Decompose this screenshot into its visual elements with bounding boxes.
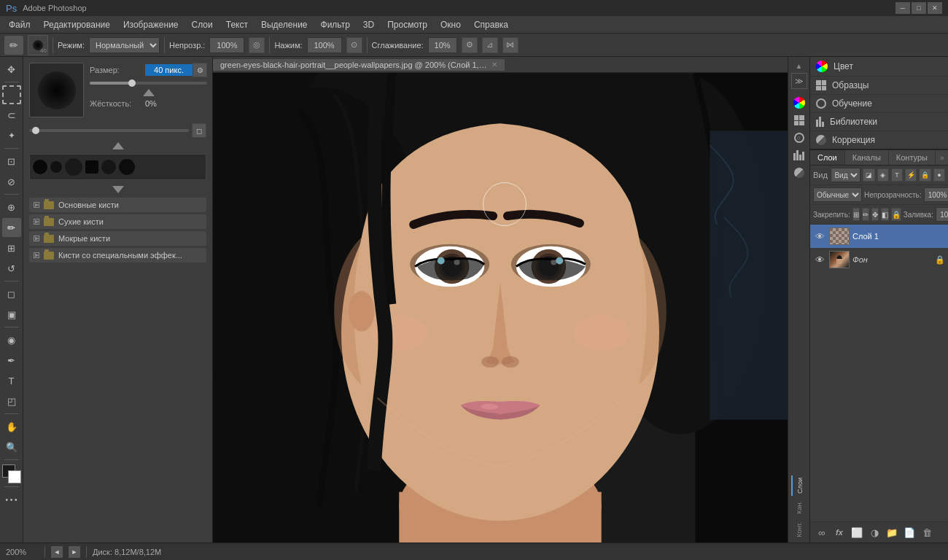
lock-position-btn[interactable]: ✥ [871, 208, 879, 221]
close-button[interactable]: ✕ [928, 2, 942, 14]
flow-input[interactable] [307, 37, 342, 53]
scroll-triangle[interactable] [112, 186, 124, 193]
group-layers-btn[interactable]: 📁 [885, 525, 899, 540]
filter-icon-2[interactable]: ◈ [877, 168, 889, 182]
smoothing-settings[interactable]: ⚙ [462, 37, 478, 53]
size-value-input[interactable] [145, 64, 193, 76]
smoothing-input[interactable] [428, 37, 457, 53]
tool-lasso[interactable]: ⊂ [2, 106, 21, 125]
panel-expand-button[interactable]: ≫ [791, 73, 807, 89]
filter-icon-3[interactable]: T [891, 168, 903, 182]
tool-text[interactable]: T [2, 371, 21, 390]
menu-item-layers[interactable]: Слои [186, 18, 219, 31]
background-color[interactable] [8, 470, 21, 483]
menu-item-window[interactable]: Окно [435, 18, 467, 31]
brush-settings-icon[interactable]: ⚙ [193, 63, 207, 77]
brush-group-wet[interactable]: ▶ Мокрые кисти [29, 231, 206, 246]
menu-item-text[interactable]: Текст [220, 18, 254, 31]
tool-marquee[interactable] [2, 85, 21, 104]
opacity-input[interactable] [209, 37, 244, 53]
hardness-triangle[interactable] [112, 142, 124, 149]
hardness-slider-thumb[interactable] [32, 127, 39, 134]
canvas-viewport[interactable] [213, 73, 788, 542]
brush-group-dry[interactable]: ▶ Сухие кисти [29, 214, 206, 229]
layer-item-1[interactable]: 👁 Слой 1 [810, 225, 948, 248]
menu-item-filter[interactable]: Фильтр [315, 18, 356, 31]
panel-expand-arrow[interactable]: » [936, 151, 948, 165]
canvas-tab-active[interactable]: green-eyes-black-hair-portrait__people-w… [213, 59, 505, 71]
delete-layer-btn[interactable]: 🗑 [920, 525, 934, 540]
panel-paths-tab-icon[interactable]: Конт. [791, 519, 807, 540]
tool-zoom[interactable]: 🔍 [2, 438, 21, 456]
brush-group-special[interactable]: ▶ Кисти со специальными эффек... [29, 248, 206, 262]
minimize-button[interactable]: ─ [895, 2, 910, 14]
tab-channels[interactable]: Каналы [845, 150, 889, 165]
panel-libraries-icon[interactable] [791, 147, 807, 163]
new-layer-btn[interactable]: 📄 [902, 525, 917, 540]
lock-pixels-btn[interactable]: ✏ [862, 208, 869, 221]
add-mask-btn[interactable]: ⬜ [850, 525, 864, 540]
pressure-toggle[interactable]: ⊙ [346, 37, 362, 53]
layer-bg-eye[interactable]: 👁 [813, 253, 826, 266]
menu-item-select[interactable]: Выделение [255, 18, 314, 31]
tab-layers[interactable]: Слои [810, 150, 845, 165]
size-triangle-up[interactable] [143, 89, 155, 96]
panel-learning-icon[interactable]: ○ [791, 130, 807, 146]
panel-color-icon[interactable] [791, 95, 807, 111]
symmetry-icon[interactable]: ⋈ [502, 37, 518, 53]
menu-item-help[interactable]: Справка [468, 18, 514, 31]
tab-paths[interactable]: Контуры [889, 150, 936, 165]
filter-type-select[interactable]: Вид [831, 168, 860, 182]
menu-item-3d[interactable]: 3D [357, 18, 380, 31]
airbrush-toggle[interactable]: ◎ [249, 37, 265, 53]
tool-blur[interactable]: ◉ [2, 330, 21, 349]
angle-icon[interactable]: ⊿ [482, 37, 498, 53]
status-nav-next[interactable]: ► [69, 546, 80, 558]
tool-pen[interactable]: ✒ [2, 351, 21, 370]
tool-move[interactable]: ✥ [2, 60, 21, 79]
tool-hand[interactable]: ✋ [2, 417, 21, 436]
menu-item-file[interactable]: Файл [3, 18, 36, 31]
lock-all-btn[interactable]: 🔒 [891, 208, 901, 221]
maximize-button[interactable]: □ [912, 2, 926, 14]
menu-item-view[interactable]: Просмотр [381, 18, 433, 31]
layer-opacity-input[interactable] [924, 187, 948, 202]
panel-swatches-icon[interactable] [791, 112, 807, 128]
filter-icon-1[interactable]: ◪ [863, 168, 874, 182]
layer-blend-mode[interactable]: Обычные [813, 187, 862, 202]
tool-crop[interactable]: ⊡ [2, 152, 21, 171]
menu-item-edit[interactable]: Редактирование [38, 18, 116, 31]
panel-channels-tab-icon[interactable]: Кан. [791, 497, 807, 518]
status-nav-prev[interactable]: ◄ [51, 546, 63, 558]
tool-clone[interactable]: ⊞ [2, 238, 21, 257]
layer-item-bg[interactable]: 👁 Фон 🔒 [810, 248, 948, 271]
foreground-background-colors[interactable] [2, 464, 21, 483]
tool-eraser[interactable]: ◻ [2, 284, 21, 303]
tool-extra[interactable]: • • • [2, 490, 21, 509]
tool-heal[interactable]: ⊕ [2, 198, 21, 217]
size-slider-thumb[interactable] [128, 79, 136, 87]
brush-group-basic[interactable]: ▶ Основные кисти [29, 198, 206, 212]
blend-mode-select[interactable]: Нормальный [89, 37, 160, 53]
panel-layers-tab-icon[interactable]: Слои [791, 475, 807, 496]
filter-icon-5[interactable]: 🔒 [919, 168, 930, 182]
filter-icon-4[interactable]: ⚡ [905, 168, 917, 182]
fill-value-input[interactable] [936, 207, 948, 222]
view-toggle-icon[interactable]: ◻ [192, 123, 206, 138]
panel-scroll-up[interactable]: ▲ [791, 60, 807, 71]
lock-artboard-btn[interactable]: ◧ [881, 208, 889, 221]
menu-item-image[interactable]: Изображение [117, 18, 184, 31]
tool-shape[interactable]: ◰ [2, 392, 21, 411]
panel-correction-icon[interactable] [791, 165, 807, 181]
layer-1-eye[interactable]: 👁 [813, 230, 826, 243]
link-layers-btn[interactable]: ∞ [815, 525, 829, 540]
adjustment-layer-btn[interactable]: ◑ [867, 525, 882, 540]
tool-history-brush[interactable]: ↺ [2, 259, 21, 278]
layer-fx-btn[interactable]: fx [832, 525, 847, 540]
filter-toggle[interactable]: ● [933, 168, 945, 182]
lock-transparent-btn[interactable]: ⊞ [852, 208, 860, 221]
tool-wand[interactable]: ✦ [2, 126, 21, 145]
tool-eyedropper[interactable]: ⊘ [2, 172, 21, 191]
tool-brush[interactable]: ✏ [2, 218, 21, 237]
tab-close-icon[interactable]: ✕ [492, 61, 497, 69]
